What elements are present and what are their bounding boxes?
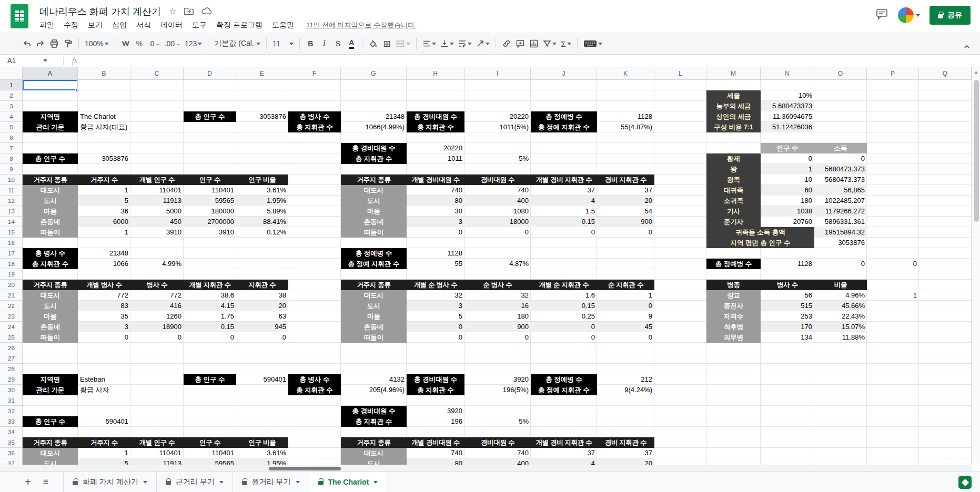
cell-N23[interactable]: 253 (761, 311, 814, 322)
row-header-34[interactable]: 34 (0, 427, 23, 437)
cell-N8[interactable]: 0 (761, 153, 814, 164)
cell-I33[interactable]: 5% (464, 416, 531, 427)
cell-H25[interactable]: 0 (407, 332, 464, 343)
sheet-tab-The Chariot[interactable]: The Chariot (309, 472, 388, 492)
cell-M14[interactable]: 준기사 (706, 217, 761, 227)
cell-E37[interactable]: 1.95% (236, 458, 288, 465)
column-header-J[interactable]: J (531, 67, 597, 80)
cell-A10[interactable]: 거주지 종류 (23, 175, 78, 185)
explore-button[interactable] (958, 476, 972, 489)
cell-N12[interactable]: 180 (761, 196, 814, 206)
name-box[interactable]: A1 (0, 55, 58, 67)
row-header-33[interactable]: 33 (0, 416, 23, 427)
cell-B22[interactable]: 83 (78, 301, 130, 311)
vertical-scroll-thumb[interactable] (974, 80, 979, 222)
text-rotation-button[interactable] (474, 36, 492, 51)
cell-E11[interactable]: 3.61% (236, 185, 288, 196)
cell-D13[interactable]: 180000 (184, 206, 236, 217)
cell-D20[interactable]: 개별 지휘관 수 (184, 280, 236, 290)
cell-K37[interactable]: 20 (597, 458, 654, 465)
cell-H36[interactable]: 740 (407, 448, 464, 458)
cell-J24[interactable]: 0 (531, 322, 597, 332)
cell-B8[interactable]: 3053876 (78, 153, 130, 164)
cell-J30[interactable]: 총 정예 지휘관 수 (531, 385, 597, 395)
row-header-9[interactable]: 9 (0, 164, 23, 175)
cell-A25[interactable]: 떠돌이 (23, 332, 78, 343)
cell-J22[interactable]: 0.15 (531, 301, 597, 311)
cell-I13[interactable]: 1080 (464, 206, 531, 217)
row-header-16[interactable]: 16 (0, 238, 23, 248)
document-title[interactable]: 데나리우스 화폐 가치 계산기 (39, 5, 161, 18)
cell-A18[interactable]: 총 지휘관 수 (23, 259, 78, 269)
cell-C36[interactable]: 110401 (130, 448, 184, 458)
cell-G25[interactable]: 떠돌이 (341, 332, 407, 343)
cell-M23[interactable]: 저격수 (706, 311, 761, 322)
cell-C20[interactable]: 병사 수 (130, 280, 184, 290)
row-header-4[interactable]: 4 (0, 111, 23, 122)
cell-D36[interactable]: 110401 (184, 448, 236, 458)
row-header-36[interactable]: 36 (0, 448, 23, 458)
cell-A24[interactable]: 촌동네 (23, 322, 78, 332)
cell-C14[interactable]: 450 (130, 217, 184, 227)
column-header-P[interactable]: P (867, 67, 919, 80)
increase-decimal-button[interactable]: .00→ (163, 36, 183, 51)
cell-A17[interactable]: 총 병사 수 (23, 248, 78, 259)
cell-K14[interactable]: 900 (597, 217, 654, 227)
cell-O20[interactable]: 비율 (814, 280, 867, 290)
decrease-decimal-button[interactable]: .0← (146, 36, 163, 51)
cell-H33[interactable]: 196 (407, 416, 464, 427)
cell-J25[interactable]: 0 (531, 332, 597, 343)
cell-O21[interactable]: 4.96% (814, 290, 867, 301)
cell-B18[interactable]: 1066 (78, 259, 130, 269)
cell-K12[interactable]: 20 (597, 196, 654, 206)
cell-A20[interactable]: 거주지 종류 (23, 280, 78, 290)
cell-O10[interactable]: 5680473.373 (814, 175, 867, 185)
cell-H8[interactable]: 1011 (407, 153, 464, 164)
formula-input[interactable] (77, 55, 980, 67)
cell-H11[interactable]: 740 (407, 185, 464, 196)
cell-H29[interactable]: 총 경비대원 수 (407, 374, 464, 385)
cell-I36[interactable]: 740 (464, 448, 531, 458)
cell-K23[interactable]: 9 (597, 311, 654, 322)
cell-C23[interactable]: 1260 (130, 311, 184, 322)
cell-M18[interactable]: 총 정예병 수 (706, 259, 761, 269)
cell-M20[interactable]: 병종 (706, 280, 761, 290)
cell-N10[interactable]: 10 (761, 175, 814, 185)
cell-G23[interactable]: 마을 (341, 311, 407, 322)
cell-B17[interactable]: 21348 (78, 248, 130, 259)
cell-A22[interactable]: 도시 (23, 301, 78, 311)
row-header-28[interactable]: 28 (0, 364, 23, 374)
cell-A30[interactable]: 관리 가문 (23, 385, 78, 395)
cell-O16[interactable]: 3053876 (814, 238, 867, 248)
cell-B14[interactable]: 6000 (78, 217, 130, 227)
cell-J15[interactable]: 0 (531, 227, 597, 238)
cell-N25[interactable]: 134 (761, 332, 814, 343)
cell-K36[interactable]: 37 (597, 448, 654, 458)
row-header-22[interactable]: 22 (0, 301, 23, 311)
column-header-L[interactable]: L (654, 67, 706, 80)
cell-I22[interactable]: 16 (464, 301, 531, 311)
cell-D4[interactable]: 총 인구 수 (184, 111, 236, 122)
row-header-23[interactable]: 23 (0, 311, 23, 322)
star-icon[interactable]: ☆ (169, 7, 176, 16)
fill-color-button[interactable] (366, 36, 380, 51)
cell-M11[interactable]: 대귀족 (706, 185, 761, 196)
cell-E12[interactable]: 1.95% (236, 196, 288, 206)
horizontal-scroll-thumb[interactable] (269, 467, 341, 470)
cell-D11[interactable]: 110401 (184, 185, 236, 196)
cell-O15[interactable]: 19515894.32 (814, 227, 867, 238)
filter-button[interactable] (541, 36, 559, 51)
cell-B29[interactable]: Esteban (78, 374, 130, 385)
cell-G32[interactable]: 총 경비대원 수 (341, 406, 407, 416)
cell-H35[interactable]: 개별 경비대원 수 (407, 437, 464, 448)
scroll-up-icon[interactable]: ▲ (972, 67, 980, 75)
cell-M15[interactable]: 귀족들 소득 총액 (706, 227, 814, 238)
cell-H30[interactable]: 총 지휘관 수 (407, 385, 464, 395)
cell-G37[interactable]: 도시 (341, 458, 407, 465)
cell-F29[interactable]: 총 병사 수 (288, 374, 341, 385)
merge-cells-button[interactable] (393, 36, 412, 51)
grid[interactable]: 세율10%농부의 세금5.680473373지역명The Chariot총 인구… (23, 80, 972, 465)
cell-N21[interactable]: 56 (761, 290, 814, 301)
move-folder-icon[interactable] (184, 7, 194, 17)
horizontal-scrollbar[interactable] (0, 465, 972, 472)
